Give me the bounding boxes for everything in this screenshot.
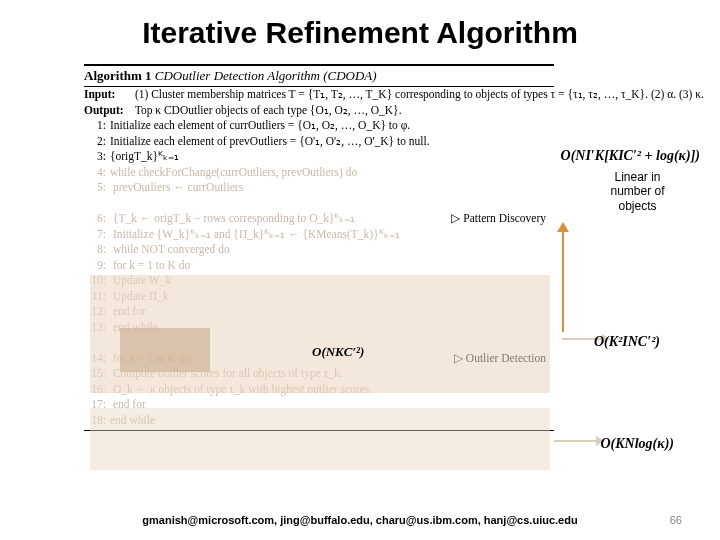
- line-text: end for: [110, 305, 146, 317]
- line-text: {origT_k}ᴷₖ₌₁: [110, 150, 179, 162]
- algo-line: 10: Update W_k: [84, 273, 554, 289]
- algo-line: [84, 196, 554, 212]
- line-text: {T_k ← origT_k − rows corresponding to O…: [110, 212, 356, 224]
- line-number: 13:: [84, 320, 106, 336]
- complexity-linear-note: Linear in number of objects: [595, 170, 680, 213]
- line-side-comment: ▷ Outlier Detection: [454, 351, 546, 367]
- line-side-comment: ▷ Pattern Discovery: [451, 211, 546, 227]
- line-text: while NOT converged do: [110, 243, 230, 255]
- slide-title: Iterative Refinement Algorithm: [0, 0, 720, 56]
- line-number: 14:: [84, 351, 106, 367]
- algorithm-name: CDOutlier Detection Algorithm (CDODA): [152, 68, 377, 83]
- line-text: for k = 1 to K do: [110, 352, 190, 364]
- line-number: 9:: [84, 258, 106, 274]
- line-number: 16:: [84, 382, 106, 398]
- arrow-up-icon: [562, 232, 564, 332]
- line-number: 12:: [84, 304, 106, 320]
- line-text: end while: [110, 321, 158, 333]
- input-line: Input: (1) Cluster membership matrices T…: [84, 87, 554, 103]
- line-number: 3:: [84, 149, 106, 165]
- rule-bot: [84, 430, 554, 431]
- algorithm-number: Algorithm 1: [84, 68, 152, 83]
- line-text: while checkForChange(currOutliers, prevO…: [110, 166, 357, 178]
- line-number: 6:: [84, 211, 106, 227]
- line-number: 17:: [84, 397, 106, 413]
- algo-line: 3:{origT_k}ᴷₖ₌₁: [84, 149, 554, 165]
- line-number: 10:: [84, 273, 106, 289]
- algo-line: 18:end while: [84, 413, 554, 429]
- algo-line: 2:Initialize each element of prevOutlier…: [84, 134, 554, 150]
- algo-line: 4:while checkForChange(currOutliers, pre…: [84, 165, 554, 181]
- line-number: 7:: [84, 227, 106, 243]
- line-number: 1:: [84, 118, 106, 134]
- algo-line: 16: O_k ← κ objects of type τ_k with hig…: [84, 382, 554, 398]
- line-number: 11:: [84, 289, 106, 305]
- line-text: end for: [110, 398, 146, 410]
- algo-line: 9: for k = 1 to K do: [84, 258, 554, 274]
- complexity-total: O(NI′K[KIC′² + log(κ)]): [561, 148, 700, 164]
- arrow-right-bot-icon: [554, 440, 596, 442]
- complexity-pattern: O(K²INC′²): [594, 334, 660, 350]
- line-number: 8:: [84, 242, 106, 258]
- line-text: Initialize {W_k}ᴷₖ₌₁ and {Π_k}ᴷₖ₌₁ ← {KM…: [110, 228, 400, 240]
- input-text: (1) Cluster membership matrices T = {T₁,…: [132, 88, 704, 100]
- line-text: Compute outlier scores for all objects o…: [110, 367, 343, 379]
- line-text: Update Π_k: [110, 290, 169, 302]
- line-text: Initialize each element of prevOutliers …: [110, 135, 430, 147]
- algo-line: 1:Initialize each element of currOutlier…: [84, 118, 554, 134]
- footer-emails: gmanish@microsoft.com, jing@buffalo.edu,…: [0, 514, 720, 526]
- output-label: Output:: [84, 103, 132, 119]
- algo-line: 15: Compute outlier scores for all objec…: [84, 366, 554, 382]
- algo-line: 7: Initialize {W_k}ᴷₖ₌₁ and {Π_k}ᴷₖ₌₁ ← …: [84, 227, 554, 243]
- algo-line: 12: end for: [84, 304, 554, 320]
- complexity-inner: O(NKC′²): [312, 344, 364, 360]
- line-number: 18:: [84, 413, 106, 429]
- algo-line: 17: end for: [84, 397, 554, 413]
- algorithm-body: Input: (1) Cluster membership matrices T…: [84, 87, 554, 428]
- algo-line: 6: {T_k ← origT_k − rows corresponding t…: [84, 211, 554, 227]
- algorithm-header: Algorithm 1 CDOutlier Detection Algorith…: [84, 66, 554, 86]
- input-label: Input:: [84, 87, 132, 103]
- page-number: 66: [670, 514, 682, 526]
- line-number: 15:: [84, 366, 106, 382]
- line-number: 4:: [84, 165, 106, 181]
- line-text: Initialize each element of currOutliers …: [110, 119, 410, 131]
- complexity-outlier: O(KNlog(κ)): [600, 436, 674, 452]
- output-text: Top κ CDOutlier objects of each type {O₁…: [132, 104, 402, 116]
- line-text: O_k ← κ objects of type τ_k with highest…: [110, 383, 372, 395]
- algo-line: 11: Update Π_k: [84, 289, 554, 305]
- line-number: 5:: [84, 180, 106, 196]
- line-text: prevOutliers ← currOutliers: [110, 181, 243, 193]
- line-text: end while: [110, 414, 155, 426]
- algo-line: 8: while NOT converged do: [84, 242, 554, 258]
- output-line: Output: Top κ CDOutlier objects of each …: [84, 103, 554, 119]
- algorithm-box: Algorithm 1 CDOutlier Detection Algorith…: [84, 64, 554, 431]
- line-number: 2:: [84, 134, 106, 150]
- line-text: for k = 1 to K do: [110, 259, 190, 271]
- algo-line: 13: end while: [84, 320, 554, 336]
- line-text: Update W_k: [110, 274, 171, 286]
- algo-line: 5: prevOutliers ← currOutliers: [84, 180, 554, 196]
